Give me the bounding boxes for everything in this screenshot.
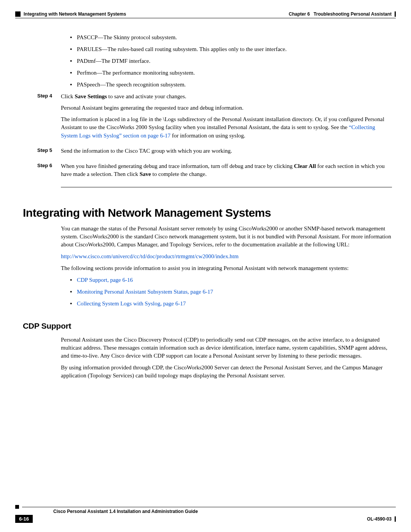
text: Click — [61, 93, 75, 99]
paragraph: The following sections provide informati… — [61, 264, 392, 272]
doc-id-text: OL-4590-03 — [367, 516, 392, 522]
link-text[interactable]: http://www.cisco.com/univercd/cc/td/doc/… — [61, 253, 239, 259]
footer-guide-title: Cisco Personal Assistant 1.4 Installatio… — [15, 509, 396, 514]
subsection-body: Personal Assistant uses the Cisco Discov… — [15, 336, 396, 380]
list-item: PASpeech—The speech recognition subsyste… — [70, 81, 392, 89]
paragraph: You can manage the status of the Persona… — [61, 225, 392, 249]
list-item: PARULES—The rules-based call routing sub… — [70, 45, 392, 53]
cross-reference-link[interactable]: Monitoring Personal Assistant Subsystem … — [77, 289, 213, 295]
step-4: Step 4 Click Save Settings to save and a… — [61, 93, 392, 143]
subsection-heading: CDP Support — [23, 321, 396, 331]
cross-reference-link[interactable]: Collecting System Logs with Syslog, page… — [77, 300, 186, 307]
section-body: You can manage the status of the Persona… — [15, 225, 396, 308]
bold-text: Save — [140, 171, 151, 177]
toc-item[interactable]: Collecting System Logs with Syslog, page… — [70, 300, 392, 308]
page-footer: Cisco Personal Assistant 1.4 Installatio… — [15, 504, 396, 523]
chapter-title: Troubleshooting Personal Assistant — [314, 11, 392, 17]
paragraph: By using information provided through CD… — [61, 364, 392, 380]
text: The information is placed in a log file … — [61, 116, 384, 131]
step-body: Click Save Settings to save and activate… — [61, 93, 392, 143]
text: to complete the change. — [151, 171, 207, 177]
text: for information on using syslog. — [170, 133, 245, 139]
document-id: OL-4590-03 — [367, 516, 396, 522]
page-content: PASCCP—The Skinny protocol subsystem. PA… — [15, 34, 396, 187]
bold-text: Clear All — [294, 163, 316, 169]
chapter-label: Chapter 6 — [289, 11, 310, 17]
list-item: PADtmf—The DTMF interface. — [70, 57, 392, 65]
step-6: Step 6 When you have finished generating… — [61, 162, 392, 182]
step-text: Personal Assistant begins generating the… — [61, 104, 392, 112]
text: When you have finished generating debug … — [61, 163, 294, 169]
square-marker-icon — [15, 505, 19, 509]
square-marker-icon — [15, 11, 21, 17]
page-number-badge: 6-16 — [15, 515, 33, 523]
header-right: Chapter 6 Troubleshooting Personal Assis… — [289, 11, 396, 17]
external-url-link[interactable]: http://www.cisco.com/univercd/cc/td/doc/… — [61, 252, 392, 260]
tick-marker-icon — [395, 11, 396, 17]
footer-rule — [22, 507, 396, 507]
toc-item[interactable]: Monitoring Personal Assistant Subsystem … — [70, 288, 392, 296]
text: to save and activate your changes. — [107, 93, 186, 99]
header-section-title: Integrating with Network Management Syst… — [24, 11, 126, 17]
subsystem-bullet-list: PASCCP—The Skinny protocol subsystem. PA… — [61, 34, 392, 89]
step-text: Click Save Settings to save and activate… — [61, 93, 392, 101]
section-divider — [61, 187, 392, 187]
section-heading: Integrating with Network Management Syst… — [23, 206, 396, 219]
list-item: PASCCP—The Skinny protocol subsystem. — [70, 34, 392, 42]
step-5: Step 5 Send the information to the Cisco… — [61, 147, 392, 158]
step-body: Send the information to the Cisco TAC gr… — [61, 147, 392, 158]
step-text: The information is placed in a log file … — [61, 115, 392, 140]
tick-marker-icon — [395, 516, 396, 522]
toc-list: CDP Support, page 6-16 Monitoring Person… — [61, 276, 392, 308]
step-text: When you have finished generating debug … — [61, 162, 392, 179]
step-label: Step 4 — [37, 93, 60, 143]
paragraph: Personal Assistant uses the Cisco Discov… — [61, 336, 392, 360]
header-left: Integrating with Network Management Syst… — [15, 11, 126, 17]
bold-text: Save Settings — [75, 93, 107, 99]
cross-reference-link[interactable]: CDP Support, page 6-16 — [77, 277, 133, 283]
list-item: Perfmon—The performance monitoring subsy… — [70, 69, 392, 77]
step-text: Send the information to the Cisco TAC gr… — [61, 147, 392, 155]
toc-item[interactable]: CDP Support, page 6-16 — [70, 276, 392, 284]
header-rule — [15, 18, 396, 18]
step-label: Step 6 — [37, 162, 60, 182]
step-label: Step 5 — [37, 147, 60, 158]
running-header: Integrating with Network Management Syst… — [15, 11, 396, 17]
step-body: When you have finished generating debug … — [61, 162, 392, 182]
